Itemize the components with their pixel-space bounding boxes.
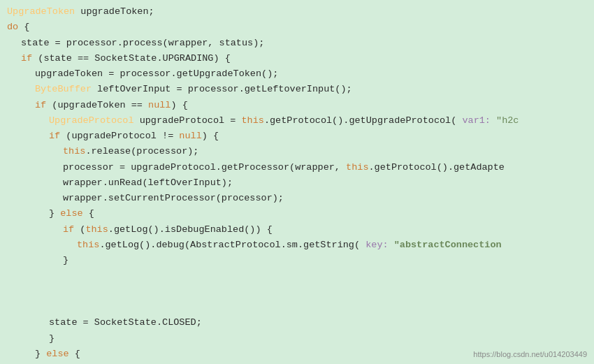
code-text: if bbox=[21, 51, 32, 66]
code-line-4: if (state == SocketState.UPGRADING) { bbox=[0, 51, 594, 66]
code-text bbox=[456, 113, 462, 129]
code-text bbox=[360, 238, 365, 253]
code-text: state = SocketState.CLOSED; bbox=[49, 315, 202, 330]
code-editor: UpgradeToken upgradeToken; do { state = … bbox=[0, 0, 594, 364]
code-line-5: upgradeToken = processor.getUpgradeToken… bbox=[0, 66, 594, 82]
code-line-16: this.getLog().debug(AbstractProtocol.sm.… bbox=[0, 238, 594, 253]
code-text: upgradeToken; bbox=[75, 4, 154, 20]
code-text: (state == SocketState.UPGRADING) { bbox=[32, 51, 231, 66]
code-text: .release(processor); bbox=[85, 144, 198, 159]
code-text: state = processor.process(wrapper, statu… bbox=[21, 36, 264, 51]
code-line-18 bbox=[0, 269, 594, 316]
code-text: leftOverInput = processor.getLeftoverInp… bbox=[92, 82, 352, 97]
code-text: (upgradeToken == bbox=[46, 98, 148, 113]
code-text: UpgradeToken bbox=[7, 4, 75, 20]
code-text: this bbox=[63, 144, 85, 159]
code-line-9: if (upgradeProtocol != null) { bbox=[0, 129, 594, 144]
code-text: this bbox=[241, 113, 263, 129]
code-text: if bbox=[63, 222, 74, 238]
code-text: wrapper.unRead(leftOverInput); bbox=[63, 175, 233, 191]
code-text: ( bbox=[74, 222, 85, 238]
code-text: } bbox=[49, 331, 55, 347]
code-line-3: state = processor.process(wrapper, statu… bbox=[0, 36, 594, 51]
code-text: "abstractConnection bbox=[394, 238, 502, 253]
code-text bbox=[491, 113, 496, 129]
code-text: do bbox=[7, 20, 18, 35]
code-text: else bbox=[60, 206, 82, 221]
code-text: "h2c bbox=[496, 113, 519, 129]
code-line-8: UpgradeProtocol upgradeProtocol = this.g… bbox=[0, 113, 594, 129]
code-line-19: state = SocketState.CLOSED; bbox=[0, 315, 594, 330]
code-text: this bbox=[346, 160, 368, 175]
code-text: wrapper.setCurrentProcessor(processor); bbox=[63, 191, 284, 206]
code-text: } bbox=[63, 253, 68, 268]
code-line-15: if (this.getLog().isDebugEnabled()) { bbox=[0, 222, 594, 238]
code-text: .getProtocol().getAdapte bbox=[368, 160, 504, 175]
code-text: if bbox=[49, 129, 60, 144]
code-text: ) { bbox=[202, 129, 219, 144]
code-text: null bbox=[148, 98, 171, 113]
code-text: else bbox=[46, 347, 68, 362]
code-text: null bbox=[179, 129, 201, 144]
code-text: this bbox=[77, 238, 99, 253]
code-line-6: ByteBuffer leftOverInput = processor.get… bbox=[0, 82, 594, 97]
code-text: .getLog().isDebugEnabled()) { bbox=[108, 222, 273, 238]
code-text: upgradeToken = processor.getUpgradeToken… bbox=[35, 66, 278, 82]
code-line-13: wrapper.setCurrentProcessor(processor); bbox=[0, 191, 594, 206]
code-text: key: bbox=[365, 238, 388, 253]
code-text: (upgradeProtocol != bbox=[60, 129, 179, 144]
code-text: } bbox=[35, 347, 46, 362]
code-line-11: processor = upgradeProtocol.getProcessor… bbox=[0, 160, 594, 175]
code-text: processor = upgradeProtocol.getProcessor… bbox=[63, 160, 346, 175]
code-text: if bbox=[35, 98, 46, 113]
code-text: UpgradeProtocol bbox=[49, 113, 134, 129]
code-line-14: } else { bbox=[0, 206, 594, 221]
code-text: .getLog().debug(AbstractProtocol.sm.getS… bbox=[99, 238, 360, 253]
code-text bbox=[389, 238, 394, 253]
watermark: https://blog.csdn.net/u014203449 bbox=[473, 350, 587, 358]
code-line-10: this.release(processor); bbox=[0, 144, 594, 159]
code-line-2: do { bbox=[0, 20, 594, 35]
code-text: ) { bbox=[171, 98, 187, 113]
code-line-7: if (upgradeToken == null) { bbox=[0, 98, 594, 113]
code-text: { bbox=[69, 347, 80, 362]
code-text: upgradeProtocol = bbox=[134, 113, 242, 129]
code-line-17: } bbox=[0, 253, 594, 268]
code-text: ByteBuffer bbox=[35, 82, 92, 97]
code-text: var1: bbox=[462, 113, 491, 129]
code-text: .getProtocol().getUpgradeProtocol( bbox=[264, 113, 456, 129]
code-text: } bbox=[49, 206, 60, 221]
code-line-12: wrapper.unRead(leftOverInput); bbox=[0, 175, 594, 191]
code-text: { bbox=[83, 206, 94, 221]
code-line-1: UpgradeToken upgradeToken; bbox=[0, 4, 594, 20]
code-line-20: } bbox=[0, 331, 594, 347]
code-text: this bbox=[85, 222, 108, 238]
code-text: { bbox=[18, 20, 29, 35]
